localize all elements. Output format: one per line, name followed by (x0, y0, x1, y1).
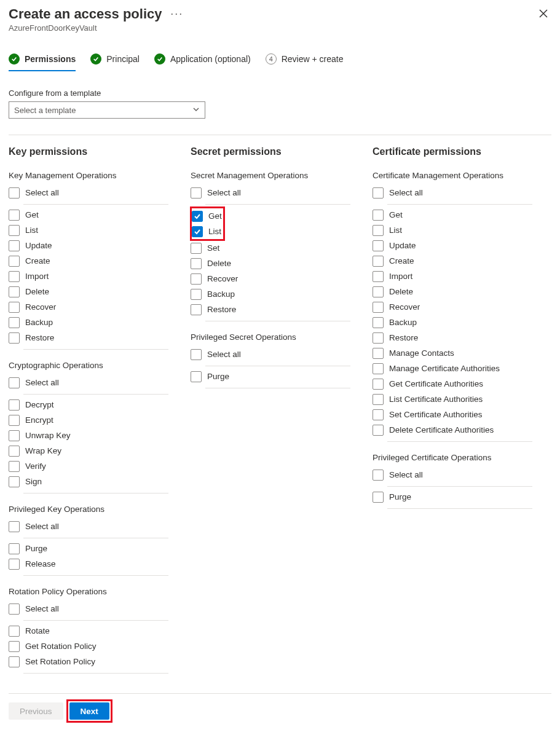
tab-step-4[interactable]: 4Review + create (266, 50, 344, 71)
cert-perm-set-certificate-authorities[interactable]: Set Certificate Authorities (373, 407, 532, 422)
checkbox[interactable] (191, 258, 202, 269)
cert-perm-manage-certificate-authorities[interactable]: Manage Certificate Authorities (373, 361, 532, 376)
secret-perm-restore[interactable]: Restore (191, 302, 350, 317)
secret-perm-backup[interactable]: Backup (191, 286, 350, 302)
cert-select-all[interactable]: Select all (373, 185, 532, 200)
checkbox[interactable] (191, 187, 202, 199)
close-button[interactable] (535, 6, 551, 22)
checkbox[interactable] (191, 243, 202, 254)
key-perm-encrypt[interactable]: Encrypt (9, 412, 168, 428)
key-select-all[interactable]: Select all (9, 601, 168, 616)
checkbox[interactable] (9, 543, 20, 554)
key-perm-wrap-key[interactable]: Wrap Key (9, 443, 168, 458)
cert-perm-delete-certificate-authorities[interactable]: Delete Certificate Authorities (373, 422, 532, 438)
checkbox[interactable] (191, 304, 202, 315)
checkbox[interactable] (9, 656, 20, 667)
key-perm-recover[interactable]: Recover (9, 299, 168, 315)
checkbox[interactable] (373, 470, 384, 481)
checkbox[interactable] (373, 332, 384, 344)
checkbox[interactable] (373, 409, 384, 420)
checkbox[interactable] (373, 348, 384, 359)
key-perm-update[interactable]: Update (9, 238, 168, 253)
cert-perm-import[interactable]: Import (373, 269, 532, 284)
key-perm-create[interactable]: Create (9, 253, 168, 269)
checkbox[interactable] (9, 225, 20, 236)
checkbox[interactable] (9, 286, 20, 297)
checkbox[interactable] (373, 394, 384, 405)
checkbox[interactable] (373, 210, 384, 221)
checkbox[interactable] (373, 302, 384, 313)
key-perm-decrypt[interactable]: Decrypt (9, 397, 168, 412)
checkbox[interactable] (9, 626, 20, 637)
key-perm-rotate[interactable]: Rotate (9, 623, 168, 639)
checkbox[interactable] (191, 273, 202, 285)
checkbox[interactable] (9, 603, 20, 615)
cert-perm-purge[interactable]: Purge (373, 489, 532, 505)
key-perm-list[interactable]: List (9, 222, 168, 238)
cert-perm-create[interactable]: Create (373, 253, 532, 269)
checkbox[interactable] (191, 371, 202, 382)
checkbox[interactable] (9, 430, 20, 441)
key-perm-delete[interactable]: Delete (9, 284, 168, 299)
key-select-all[interactable]: Select all (9, 375, 168, 390)
checkbox[interactable] (192, 226, 203, 237)
key-perm-set-rotation-policy[interactable]: Set Rotation Policy (9, 654, 168, 669)
checkbox[interactable] (9, 271, 20, 282)
checkbox[interactable] (9, 332, 20, 344)
checkbox[interactable] (9, 377, 20, 388)
checkbox[interactable] (373, 363, 384, 374)
checkbox[interactable] (373, 425, 384, 436)
checkbox[interactable] (9, 461, 20, 472)
checkbox[interactable] (9, 521, 20, 532)
secret-perm-recover[interactable]: Recover (191, 271, 350, 286)
checkbox[interactable] (373, 271, 384, 282)
template-select[interactable]: Select a template (9, 101, 205, 119)
checkbox[interactable] (9, 415, 20, 426)
key-perm-restore[interactable]: Restore (9, 330, 168, 345)
checkbox[interactable] (373, 240, 384, 251)
cert-select-all[interactable]: Select all (373, 467, 532, 482)
key-perm-sign[interactable]: Sign (9, 474, 168, 489)
cert-perm-list[interactable]: List (373, 222, 532, 238)
next-button[interactable]: Next (69, 702, 109, 720)
secret-select-all[interactable]: Select all (191, 347, 350, 362)
checkbox[interactable] (9, 317, 20, 328)
secret-perm-list[interactable]: List (192, 224, 222, 239)
secret-perm-set[interactable]: Set (191, 240, 350, 256)
checkbox[interactable] (9, 476, 20, 487)
cert-perm-get[interactable]: Get (373, 207, 532, 222)
tab-step-1[interactable]: Permissions (9, 50, 76, 71)
cert-perm-list-certificate-authorities[interactable]: List Certificate Authorities (373, 391, 532, 407)
checkbox[interactable] (191, 289, 202, 300)
checkbox[interactable] (9, 256, 20, 267)
checkbox[interactable] (191, 349, 202, 360)
checkbox[interactable] (373, 256, 384, 267)
checkbox[interactable] (9, 399, 20, 411)
cert-perm-backup[interactable]: Backup (373, 315, 532, 330)
key-perm-import[interactable]: Import (9, 269, 168, 284)
checkbox[interactable] (373, 379, 384, 390)
checkbox[interactable] (373, 286, 384, 297)
checkbox[interactable] (373, 187, 384, 199)
checkbox[interactable] (9, 210, 20, 221)
more-icon[interactable]: ··· (170, 7, 183, 20)
key-select-all[interactable]: Select all (9, 519, 168, 534)
cert-perm-get-certificate-authorities[interactable]: Get Certificate Authorities (373, 376, 532, 391)
checkbox[interactable] (192, 211, 203, 222)
checkbox[interactable] (9, 641, 20, 652)
cert-perm-recover[interactable]: Recover (373, 299, 532, 315)
secret-perm-delete[interactable]: Delete (191, 256, 350, 271)
key-perm-get-rotation-policy[interactable]: Get Rotation Policy (9, 639, 168, 654)
key-perm-purge[interactable]: Purge (9, 541, 168, 556)
checkbox[interactable] (373, 317, 384, 328)
key-perm-verify[interactable]: Verify (9, 458, 168, 474)
cert-perm-restore[interactable]: Restore (373, 330, 532, 345)
checkbox[interactable] (9, 187, 20, 199)
key-perm-get[interactable]: Get (9, 207, 168, 222)
secret-select-all[interactable]: Select all (191, 185, 350, 200)
checkbox[interactable] (9, 559, 20, 570)
checkbox[interactable] (9, 240, 20, 251)
previous-button[interactable]: Previous (9, 702, 63, 720)
cert-perm-manage-contacts[interactable]: Manage Contacts (373, 345, 532, 361)
cert-perm-update[interactable]: Update (373, 238, 532, 253)
